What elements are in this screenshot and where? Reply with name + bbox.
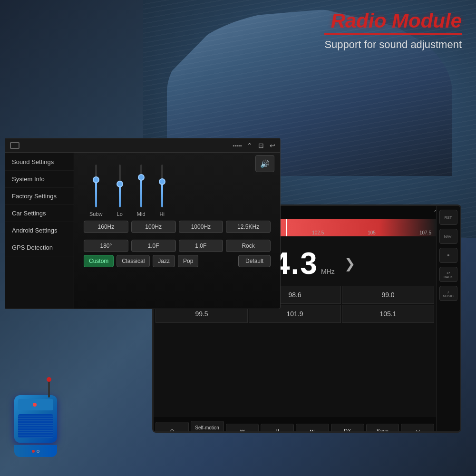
freq-105: 105 <box>368 230 376 235</box>
eq-fill-subw <box>95 182 97 207</box>
eq-fill-lo <box>119 186 121 207</box>
eq-label-hi: Hi <box>160 211 165 217</box>
radio-right-sidebar: RST NAVI ⚭ ↩BACK ♪MUSIC <box>436 206 460 431</box>
eq-btn-100hz[interactable]: 100Hz <box>131 221 176 233</box>
eq-btn-pop[interactable]: Pop <box>178 255 198 267</box>
eq-section: Subw Lo Mid Hi <box>80 155 274 217</box>
radio-pause-btn[interactable]: ⏸ <box>261 424 294 433</box>
eq-channel-mid: Mid <box>137 165 146 217</box>
eq-channel-hi: Hi <box>160 165 165 217</box>
window-icon <box>10 142 19 149</box>
sidebar-item-sound[interactable]: Sound Settings <box>5 154 74 171</box>
eq-knob-lo[interactable] <box>117 181 123 187</box>
sidebar-item-factory[interactable]: Factory Settings <box>5 188 74 205</box>
eq-param-buttons: 180° 1.0F 1.0F Rock <box>80 236 274 252</box>
sidebar-item-car[interactable]: Car Settings <box>5 205 74 222</box>
eq-mode-row: Custom Classical Jazz Pop Default <box>80 252 274 267</box>
freq-1025: 102.5 <box>312 230 324 235</box>
speaker-grill <box>18 414 53 438</box>
speaker-base-btn1 <box>32 450 35 453</box>
speaker-display <box>18 399 53 410</box>
eq-knob-subw[interactable] <box>93 176 99 183</box>
speaker-base <box>14 445 57 457</box>
eq-knob-hi[interactable] <box>159 178 165 185</box>
eq-btn-classical[interactable]: Classical <box>117 255 150 267</box>
eq-btn-1f-2[interactable]: 1.0F <box>179 240 223 252</box>
eq-track-mid[interactable] <box>140 165 142 207</box>
radio-next-btn[interactable]: ⏭ <box>296 424 329 433</box>
sidebar-item-system[interactable]: System Info <box>5 171 74 188</box>
eq-channel-lo: Lo <box>117 165 123 217</box>
eq-track-subw[interactable] <box>95 165 97 207</box>
main-title: Radio Module <box>324 10 462 35</box>
sound-settings-panel: ▪▪▪▪▪ ⌃ ⊡ ↩ Sound Settings System Info F… <box>5 138 281 309</box>
speaker-body <box>14 395 57 443</box>
radio-bt-btn[interactable]: ⚭ <box>439 248 457 263</box>
sound-toggle-btn[interactable]: 🔊 <box>255 155 274 172</box>
eq-btn-125khz[interactable]: 12.5KHz <box>226 221 271 233</box>
radio-prev-btn[interactable]: ⏮ <box>226 424 259 433</box>
radio-save-btn[interactable]: Save <box>366 424 399 433</box>
eq-btn-jazz[interactable]: Jazz <box>153 255 175 267</box>
speaker-decoration <box>14 395 67 457</box>
preset-3[interactable]: 99.0 <box>342 286 434 304</box>
eq-fill-hi <box>161 184 163 208</box>
radio-bottom-controls: ⌂ Self-motionSearch ⏮ ⏸ ⏭ DX Save ↩ <box>154 417 436 433</box>
radio-back2-btn[interactable]: ↩BACK <box>439 267 457 282</box>
speaker-base-btn2 <box>37 450 39 453</box>
radio-music-btn[interactable]: ♪MUSIC <box>439 286 457 301</box>
subtitle: Support for sound adjustment <box>324 39 462 51</box>
title-area: Radio Module Support for sound adjustmen… <box>324 10 462 51</box>
radio-rst-btn[interactable]: RST <box>439 210 457 225</box>
eq-knob-mid[interactable] <box>138 174 145 181</box>
eq-fill-mid <box>140 180 142 208</box>
radio-selfmotion-btn[interactable]: Self-motionSearch <box>191 421 224 433</box>
eq-btn-default[interactable]: Default <box>238 255 271 267</box>
radio-home-btn[interactable]: ⌂ <box>155 422 189 433</box>
eq-btn-1f-1[interactable]: 1.0F <box>131 240 176 252</box>
sound-main-content: 🔊 Subw Lo <box>74 138 280 309</box>
eq-btn-rock[interactable]: Rock <box>226 240 271 252</box>
sidebar-item-android[interactable]: Android Settings <box>5 222 74 239</box>
speaker-led <box>33 403 37 407</box>
eq-label-lo: Lo <box>117 211 123 217</box>
eq-track-lo[interactable] <box>119 165 121 207</box>
settings-sidebar: Sound Settings System Info Factory Setti… <box>5 138 74 309</box>
freq-1075: 107.5 <box>419 230 431 235</box>
eq-btn-custom[interactable]: Custom <box>84 255 114 267</box>
eq-btn-180[interactable]: 180° <box>84 240 128 252</box>
eq-track-hi[interactable] <box>161 165 163 207</box>
preset-6[interactable]: 105.1 <box>342 305 434 323</box>
sidebar-item-gps[interactable]: GPS Detection <box>5 239 74 256</box>
freq-unit: MHz <box>321 268 335 275</box>
radio-back-btn[interactable]: ↩ <box>401 424 434 433</box>
eq-btn-1000hz[interactable]: 1000Hz <box>179 221 223 233</box>
radio-navi-btn[interactable]: NAVI <box>439 229 457 244</box>
speaker-antenna <box>48 381 50 398</box>
radio-dx-btn[interactable]: DX <box>331 424 364 433</box>
freq-up-btn[interactable]: ❯ <box>344 256 355 272</box>
eq-btn-160hz[interactable]: 160Hz <box>84 221 128 233</box>
eq-label-mid: Mid <box>137 211 146 217</box>
eq-channel-subw: Subw <box>89 165 103 217</box>
eq-freq-buttons: 160Hz 100Hz 1000Hz 12.5KHz <box>80 217 274 233</box>
eq-label-subw: Subw <box>89 211 103 217</box>
